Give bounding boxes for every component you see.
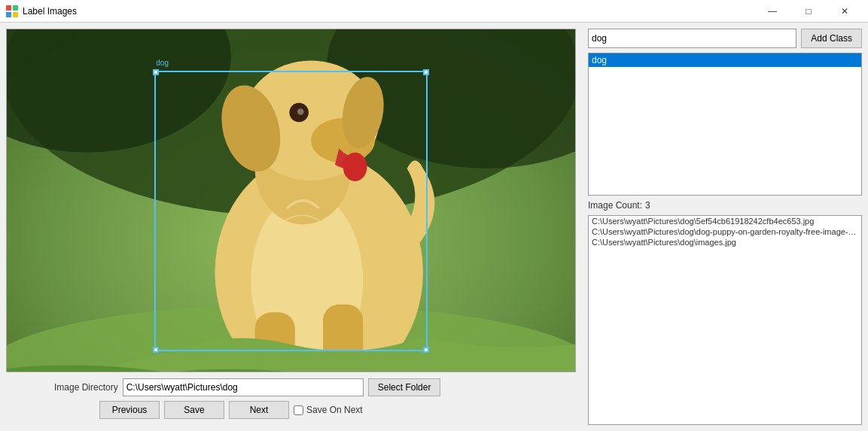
save-on-next-text: Save On Next — [306, 405, 363, 415]
right-panel: Add Class dog Image Count: 3 C:\Users\wy… — [582, 23, 868, 431]
nav-row: Previous Save Next Save On Next — [9, 401, 573, 419]
previous-button[interactable]: Previous — [99, 401, 160, 419]
image-count-label: Image Count: — [588, 200, 642, 211]
svg-rect-2 — [6, 12, 11, 17]
image-canvas[interactable]: dog — [6, 29, 576, 372]
app-icon — [6, 5, 18, 17]
save-on-next-checkbox[interactable] — [294, 405, 303, 415]
add-class-button[interactable]: Add Class — [801, 29, 862, 48]
class-list[interactable]: dog — [588, 53, 862, 196]
image-directory-label: Image Directory — [54, 382, 118, 393]
save-button[interactable]: Save — [164, 401, 224, 419]
dog-illustration — [7, 29, 575, 372]
save-on-next-label: Save On Next — [294, 405, 363, 415]
svg-rect-3 — [13, 12, 18, 17]
file-list-item[interactable]: C:\Users\wyatt\Pictures\dog\5ef54cb61918… — [589, 216, 861, 226]
bottom-controls: Image Directory Select Folder Previous S… — [6, 372, 576, 425]
svg-rect-1 — [13, 5, 18, 11]
close-button[interactable]: ✕ — [827, 0, 862, 23]
left-panel: dog Image Directory Select Folder Previo… — [0, 23, 582, 431]
title-bar: Label Images — □ ✕ — [0, 0, 868, 23]
title-bar-left: Label Images — [6, 5, 77, 17]
image-directory-row: Image Directory Select Folder — [9, 378, 573, 396]
maximize-button[interactable]: □ — [791, 0, 826, 23]
directory-input[interactable] — [123, 378, 364, 396]
select-folder-button[interactable]: Select Folder — [368, 378, 441, 396]
minimize-button[interactable]: — — [755, 0, 790, 23]
class-list-item[interactable]: dog — [589, 53, 861, 67]
class-name-input[interactable] — [588, 29, 796, 48]
next-button[interactable]: Next — [229, 401, 289, 419]
file-list-item[interactable]: C:\Users\wyatt\Pictures\dog\images.jpg — [589, 237, 861, 247]
svg-point-19 — [297, 108, 304, 115]
svg-point-17 — [343, 153, 367, 181]
svg-rect-0 — [6, 5, 11, 11]
file-list-item[interactable]: C:\Users\wyatt\Pictures\dog\dog-puppy-on… — [589, 226, 861, 237]
title-bar-controls: — □ ✕ — [755, 0, 862, 23]
class-input-row: Add Class — [588, 29, 862, 48]
image-count-value: 3 — [645, 200, 650, 211]
app-title: Label Images — [23, 6, 77, 17]
image-count-row: Image Count: 3 — [588, 200, 862, 211]
main-container: dog Image Directory Select Folder Previo… — [0, 23, 868, 431]
file-list[interactable]: C:\Users\wyatt\Pictures\dog\5ef54cb61918… — [588, 215, 862, 425]
